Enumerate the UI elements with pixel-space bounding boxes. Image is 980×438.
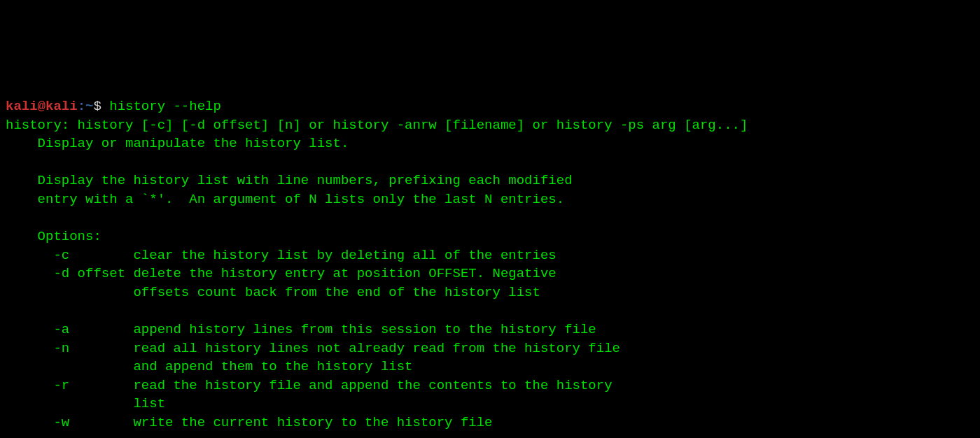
command-text: history --help	[109, 99, 221, 114]
help-option-r-2: list	[6, 396, 165, 411]
help-blank-4	[6, 434, 38, 438]
help-option-r-1: -r read the history file and append the …	[6, 378, 612, 393]
prompt-colon: :	[78, 99, 85, 114]
help-description-1: Display or manipulate the history list.	[6, 136, 349, 151]
prompt-user: kali	[6, 99, 38, 114]
help-option-d-2: offsets count back from the end of the h…	[6, 285, 540, 300]
help-option-n-1: -n read all history lines not already re…	[6, 341, 620, 356]
help-description-3: entry with a `*'. An argument of N lists…	[6, 192, 564, 207]
prompt-path: ~	[85, 99, 93, 114]
help-description-2: Display the history list with line numbe…	[6, 173, 573, 188]
help-option-d-1: -d offset delete the history entry at po…	[6, 266, 556, 281]
help-options-header: Options:	[6, 229, 102, 244]
help-blank-3	[6, 304, 38, 319]
help-option-w: -w write the current history to the hist…	[6, 415, 493, 430]
prompt-at: @	[38, 99, 46, 114]
prompt-dollar: $	[93, 99, 109, 114]
help-option-n-2: and append them to the history list	[6, 359, 413, 374]
help-option-a: -a append history lines from this sessio…	[6, 322, 596, 337]
prompt-line: kali@kali:~$ history --help	[6, 99, 221, 114]
help-synopsis: history: history [-c] [-d offset] [n] or…	[6, 118, 748, 133]
help-blank-2	[6, 211, 38, 226]
prompt-host: kali	[46, 99, 78, 114]
help-option-c: -c clear the history list by deleting al…	[6, 248, 556, 263]
help-blank-1	[6, 155, 38, 170]
terminal-output[interactable]: kali@kali:~$ history --help history: his…	[6, 78, 974, 438]
